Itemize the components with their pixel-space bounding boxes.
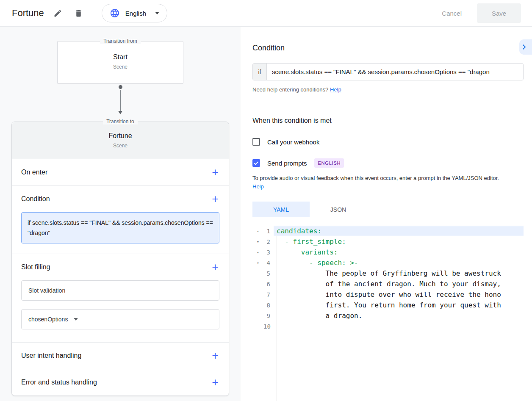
- line-number: 8: [263, 302, 274, 309]
- on-enter-label: On enter: [21, 169, 47, 176]
- transition-arrow: [0, 84, 241, 114]
- checkmark-icon: [253, 160, 259, 166]
- language-label: English: [125, 10, 146, 17]
- chevron-right-icon: [519, 42, 529, 52]
- when-met-heading: When this condition is met: [252, 117, 524, 124]
- send-prompts-checkbox[interactable]: [252, 159, 260, 167]
- slot-param-label: chosenOptions: [28, 316, 68, 323]
- condition-help-link[interactable]: Help: [330, 86, 341, 93]
- editor-line[interactable]: ▾2 - first_simple:: [252, 236, 524, 247]
- tab-json[interactable]: JSON: [310, 202, 367, 217]
- line-number: 7: [263, 291, 274, 298]
- scene-card: Transition to Fortune Scene On enter + C…: [11, 122, 229, 396]
- trash-icon: [74, 9, 83, 18]
- editor-line[interactable]: 6 of the ancient dragon. Much to your di…: [252, 279, 524, 289]
- section-condition: Condition +: [12, 186, 229, 212]
- fold-toggle-icon[interactable]: ▾: [252, 261, 263, 265]
- scene-canvas: Transition from Start Scene Transition t…: [0, 27, 241, 401]
- line-number: 3: [263, 249, 274, 256]
- collapse-panel-button[interactable]: [519, 39, 532, 55]
- add-user-intent-button[interactable]: +: [211, 350, 219, 362]
- topbar-left: Fortune English: [0, 4, 167, 22]
- line-number: 4: [263, 260, 274, 266]
- help-question-text: Need help entering conditions?: [252, 86, 328, 93]
- editor-line[interactable]: 9 a dragon.: [252, 310, 524, 321]
- slot-validation-item[interactable]: Slot validation: [21, 280, 219, 301]
- fold-toggle-icon[interactable]: ▾: [252, 240, 263, 244]
- section-user-intent: User intent handling +: [12, 343, 229, 369]
- condition-label: Condition: [21, 195, 50, 203]
- code-text: candidates:: [274, 226, 524, 236]
- code-text: a dragon.: [274, 310, 524, 321]
- slot-filling-label: Slot filling: [21, 263, 50, 271]
- topbar: Fortune English Cancel Save: [0, 0, 532, 27]
- section-error-status: Error and status handling +: [12, 369, 229, 395]
- code-text: of the ancient dragon. Much to your dism…: [274, 279, 524, 289]
- webhook-checkbox[interactable]: [252, 138, 260, 146]
- send-prompts-row: Send prompts ENGLISH: [252, 158, 524, 168]
- to-scene-name: Fortune: [12, 122, 229, 140]
- condition-input-group: if scene.slots.status == "FINAL" && sess…: [252, 63, 524, 80]
- code-text: variants:: [274, 247, 524, 257]
- from-scene-type: Scene: [58, 64, 183, 70]
- condition-chip[interactable]: if scene.slots.status == "FINAL" && sess…: [21, 212, 219, 243]
- caret-down-icon: [155, 12, 159, 14]
- code-text: - first_simple:: [274, 236, 524, 247]
- topbar-right: Cancel Save: [439, 3, 532, 23]
- panel-title: Condition: [252, 44, 524, 53]
- line-number: 5: [263, 270, 274, 277]
- line-number: 9: [263, 313, 274, 319]
- code-text: - speech: >-: [274, 257, 524, 268]
- save-button[interactable]: Save: [477, 3, 521, 23]
- prompt-hint-text: To provide audio or visual feedback when…: [252, 175, 499, 181]
- code-lines: ▾1candidates:▾2 - first_simple:▾3 varian…: [252, 226, 524, 332]
- add-error-handler-button[interactable]: +: [211, 377, 219, 388]
- add-slot-button[interactable]: +: [211, 262, 219, 273]
- editor-line[interactable]: ▾3 variants:: [252, 247, 524, 257]
- caret-down-icon: [74, 318, 78, 321]
- transition-from-node[interactable]: Transition from Start Scene: [57, 41, 183, 84]
- add-condition-button[interactable]: +: [211, 194, 219, 205]
- panel-divider: [241, 104, 532, 104]
- slot-param-select[interactable]: chosenOptions: [21, 309, 219, 329]
- webhook-row: Call your webhook: [252, 138, 524, 146]
- fold-toggle-icon[interactable]: ▾: [252, 250, 263, 254]
- user-intent-label: User intent handling: [21, 352, 81, 360]
- editor-line[interactable]: 7 into dispute over who will receive the…: [252, 289, 524, 300]
- editor-tabs: YAML JSON: [252, 202, 524, 217]
- transition-from-label: Transition from: [100, 38, 141, 44]
- line-number: 6: [263, 281, 274, 288]
- if-prefix: if: [253, 64, 267, 80]
- yaml-editor[interactable]: ▾1candidates:▾2 - first_simple:▾3 varian…: [252, 226, 524, 401]
- section-on-enter: On enter +: [12, 159, 229, 185]
- error-status-label: Error and status handling: [21, 379, 97, 386]
- add-on-enter-button[interactable]: +: [211, 167, 219, 178]
- prompt-help-link[interactable]: Help: [252, 183, 264, 190]
- fold-toggle-icon[interactable]: ▾: [252, 229, 263, 233]
- editor-line[interactable]: 5 The people of Gryffinberg will be awes…: [252, 268, 524, 279]
- pencil-icon: [53, 9, 62, 18]
- to-scene-type: Scene: [12, 143, 229, 149]
- prompt-hint: To provide audio or visual feedback when…: [252, 174, 507, 191]
- language-selector[interactable]: English: [102, 4, 167, 22]
- line-number: 10: [263, 323, 274, 330]
- delete-scene-button[interactable]: [72, 6, 86, 20]
- tab-yaml[interactable]: YAML: [252, 202, 310, 217]
- connector-line: [120, 90, 121, 111]
- condition-help-line: Need help entering conditions? Help: [252, 86, 524, 93]
- editor-line[interactable]: 10: [252, 321, 524, 332]
- editor-line[interactable]: 8 first. You return home from your quest…: [252, 300, 524, 310]
- language-badge: ENGLISH: [314, 158, 344, 168]
- edit-title-button[interactable]: [51, 6, 65, 20]
- cancel-button[interactable]: Cancel: [439, 9, 464, 17]
- globe-icon: [110, 8, 120, 18]
- send-prompts-label: Send prompts: [267, 160, 307, 167]
- webhook-label: Call your webhook: [267, 138, 319, 146]
- editor-line[interactable]: ▾4 - speech: >-: [252, 257, 524, 268]
- editor-line[interactable]: ▾1candidates:: [252, 226, 524, 236]
- transition-to-node[interactable]: Transition to Fortune Scene: [12, 122, 229, 159]
- code-text: [274, 321, 524, 332]
- section-slot-filling: Slot filling +: [12, 254, 229, 280]
- condition-expression-input[interactable]: scene.slots.status == "FINAL" && session…: [267, 64, 523, 80]
- main-layout: Transition from Start Scene Transition t…: [0, 27, 532, 401]
